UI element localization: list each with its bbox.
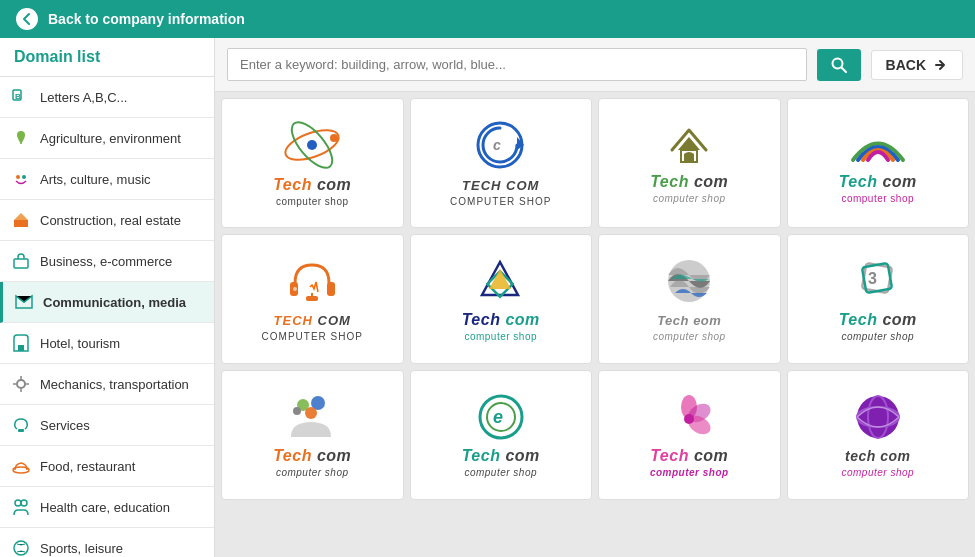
logo-grid: Tech com computer shop c <box>221 98 969 500</box>
logo-inner-12: tech com computer shop <box>841 393 914 478</box>
construction-icon <box>10 209 32 231</box>
logo-card-7[interactable]: Tech eom computer shop <box>598 234 781 364</box>
logo-card-11[interactable]: Tech com computer shop <box>598 370 781 500</box>
svg-point-9 <box>17 380 25 388</box>
arts-icon <box>10 168 32 190</box>
sidebar-item-services[interactable]: Services <box>0 405 214 446</box>
search-input[interactable] <box>227 48 807 81</box>
back-button[interactable]: BACK <box>871 50 963 80</box>
logo-text-2: Tech com <box>462 176 539 194</box>
logo-card-5[interactable]: TECH COM COMPUTER SHOP <box>221 234 404 364</box>
sidebar-item-communication-label: Communication, media <box>43 295 186 310</box>
logo-card-9[interactable]: Tech com computer shop <box>221 370 404 500</box>
logo-text-11: Tech com <box>650 447 728 465</box>
svg-point-40 <box>293 407 301 415</box>
communication-icon <box>13 291 35 313</box>
logo-text-1: Tech com <box>273 176 351 194</box>
logo-subtext-6: computer shop <box>464 331 537 342</box>
logo-subtext-9: computer shop <box>276 467 349 478</box>
letters-icon: B <box>10 86 32 108</box>
flower-icon <box>663 393 715 441</box>
sidebar-item-services-label: Services <box>40 418 90 433</box>
svg-text:c: c <box>493 137 501 153</box>
svg-point-12 <box>15 500 21 506</box>
logo-subtext-11: computer shop <box>650 467 729 478</box>
back-to-company-label: Back to company information <box>48 11 245 27</box>
right-content: BACK <box>215 38 975 557</box>
sidebar-item-hotel-label: Hotel, tourism <box>40 336 120 351</box>
logo-text-10: Tech com <box>462 447 540 465</box>
logo-card-1[interactable]: Tech com computer shop <box>221 98 404 228</box>
svg-rect-4 <box>14 220 28 227</box>
svg-marker-5 <box>14 213 28 220</box>
logo-text-9: Tech com <box>273 447 351 465</box>
sidebar-item-food-label: Food, restaurant <box>40 459 135 474</box>
logo-inner-10: e Tech com computer shop <box>462 393 540 478</box>
svg-text:e: e <box>493 407 503 427</box>
svg-point-14 <box>14 541 28 555</box>
orbit-icon <box>282 120 342 170</box>
logo-inner-3: Tech com computer shop <box>650 122 728 204</box>
main-layout: Domain list B Letters A,B,C... Agricultu… <box>0 38 975 557</box>
logo-inner-6: Tech com computer shop <box>462 257 540 342</box>
svg-rect-8 <box>18 345 24 351</box>
food-icon <box>10 455 32 477</box>
back-label: BACK <box>886 57 926 73</box>
sidebar-item-letters[interactable]: B Letters A,B,C... <box>0 77 214 118</box>
team-icon <box>283 393 341 441</box>
svg-point-13 <box>21 500 27 506</box>
triangle-arrows-icon <box>473 257 528 305</box>
diamond-icon: 3 <box>850 257 905 305</box>
search-button[interactable] <box>817 49 861 81</box>
logo-card-12[interactable]: tech com computer shop <box>787 370 970 500</box>
logo-inner-8: 3 Tech com computer shop <box>839 257 917 342</box>
logo-text-4: Tech com <box>839 173 917 191</box>
sidebar-item-sports-label: Sports, leisure <box>40 541 123 556</box>
svg-point-29 <box>293 287 297 291</box>
svg-rect-28 <box>306 296 318 301</box>
logo-inner-1: Tech com computer shop <box>273 120 351 207</box>
logo-subtext-3: computer shop <box>653 193 726 204</box>
sidebar-item-hotel[interactable]: Hotel, tourism <box>0 323 214 364</box>
svg-text:B: B <box>15 92 21 101</box>
back-arrow-icon[interactable] <box>16 8 38 30</box>
logo-card-6[interactable]: Tech com computer shop <box>410 234 593 364</box>
logo-card-3[interactable]: Tech com computer shop <box>598 98 781 228</box>
sidebar-item-food[interactable]: Food, restaurant <box>0 446 214 487</box>
sidebar-item-health[interactable]: Health care, education <box>0 487 214 528</box>
agriculture-icon <box>10 127 32 149</box>
logo-card-8[interactable]: 3 Tech com computer shop <box>787 234 970 364</box>
logo-inner-4: Tech com computer shop <box>839 122 917 204</box>
sidebar-item-arts[interactable]: Arts, culture, music <box>0 159 214 200</box>
svg-point-19 <box>307 140 317 150</box>
logo-grid-wrapper: Tech com computer shop c <box>215 92 975 557</box>
sidebar-item-sports[interactable]: Sports, leisure <box>0 528 214 557</box>
logo-inner-9: Tech com computer shop <box>273 393 351 478</box>
logo-card-10[interactable]: e Tech com computer shop <box>410 370 593 500</box>
sidebar-item-business[interactable]: Business, e-commerce <box>0 241 214 282</box>
sidebar-item-mechanics[interactable]: Mechanics, transportation <box>0 364 214 405</box>
svg-rect-10 <box>18 429 24 432</box>
sidebar-item-communication[interactable]: Communication, media <box>0 282 214 323</box>
svg-point-3 <box>22 175 26 179</box>
svg-line-16 <box>841 67 846 72</box>
logo-text-8: Tech com <box>839 311 917 329</box>
circle-c-icon: c <box>473 120 528 170</box>
logo-card-4[interactable]: Tech com computer shop <box>787 98 970 228</box>
logo-card-2[interactable]: c Tech com COMPUTER SHOP <box>410 98 593 228</box>
sidebar-item-construction[interactable]: Construction, real estate <box>0 200 214 241</box>
sidebar-item-agriculture[interactable]: Agriculture, environment <box>0 118 214 159</box>
svg-point-2 <box>16 175 20 179</box>
svg-point-47 <box>684 414 694 424</box>
logo-inner-5: TECH COM COMPUTER SHOP <box>262 257 363 342</box>
headphones-icon <box>285 257 340 305</box>
sidebar-item-letters-label: Letters A,B,C... <box>40 90 127 105</box>
circle-e-icon: e <box>475 393 527 441</box>
logo-text-12: tech com <box>845 447 910 465</box>
house-arch-icon <box>662 122 717 167</box>
logo-text-3: Tech com <box>650 173 728 191</box>
hotel-icon <box>10 332 32 354</box>
logo-text-6: Tech com <box>462 311 540 329</box>
sidebar-item-health-label: Health care, education <box>40 500 170 515</box>
globe-icon <box>852 393 904 441</box>
